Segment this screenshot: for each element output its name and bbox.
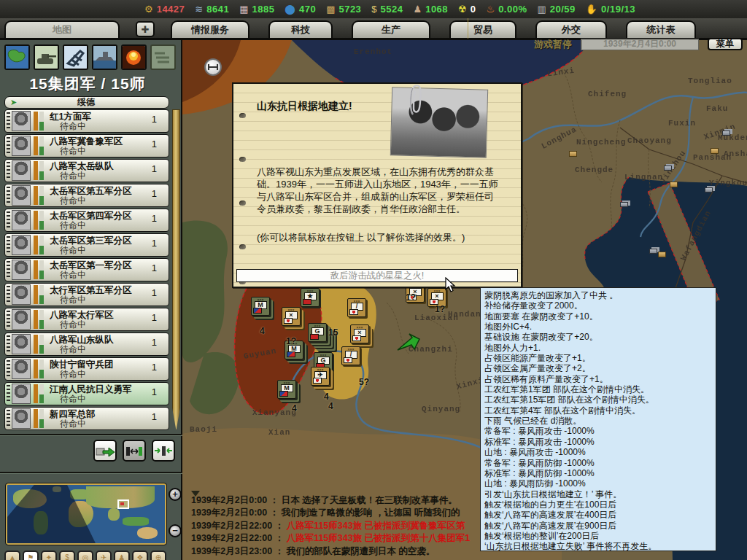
map-sprite [649, 249, 657, 254]
map-mode-button[interactable]: ◎ [77, 551, 93, 560]
strength-pips-icon [7, 211, 10, 229]
unit-list-item[interactable]: 八路军冀鲁豫军区 待命中 1 [4, 134, 169, 158]
nuke-button[interactable] [121, 44, 147, 70]
unit-list-item[interactable]: 太岳军区第四军分区 待命中 1 [4, 209, 169, 232]
map-mode-button[interactable]: ⊕ [150, 551, 166, 560]
strength-pips-icon [7, 311, 10, 328]
unit-list-item[interactable]: 江南人民抗日义勇军 待命中 1 [4, 382, 169, 405]
menu-button[interactable]: 菜单 [708, 38, 743, 50]
commander-portrait [12, 185, 31, 206]
minimap-continent [137, 527, 158, 539]
org-bar [34, 310, 38, 329]
unit-list-item[interactable]: 红1方面军 待命中 1 [4, 109, 169, 133]
map-mode-button[interactable]: ✦ [41, 551, 57, 560]
location-bar[interactable]: ➤ 绥德 [4, 96, 169, 109]
resource-value: 5723 [338, 4, 361, 15]
resource-value: 8641 [206, 4, 229, 15]
log-colon: ： [275, 533, 285, 543]
mouse-cursor-icon [445, 277, 457, 293]
province-label: Handan [448, 310, 481, 319]
map-mode-button[interactable]: ✈ [96, 551, 112, 560]
status-row: 游戏暂停 1939年2月4日0:00 菜单 [438, 37, 747, 51]
unit-list-item[interactable]: 新四军总部 待命中 1 [4, 407, 169, 430]
tab-item[interactable]: 情报服务 [171, 20, 249, 38]
strength-pips-icon [7, 236, 10, 254]
map-mode-button[interactable]: ♟ [114, 551, 130, 560]
unit-list-scrollbar[interactable] [172, 109, 180, 430]
effect-line: 占领区稀有原料产量改变了+1。 [484, 374, 712, 384]
unit-counter[interactable]: × [350, 324, 369, 343]
commander-portrait [12, 359, 31, 379]
unit-counter[interactable]: ★ [301, 288, 320, 307]
unit-list-item[interactable]: 太岳军区第五军分区 待命中 1 [4, 184, 169, 207]
province-label: Chengde [575, 166, 614, 174]
tab-map[interactable]: 地图 [4, 20, 120, 38]
log-scroll-arrow[interactable] [191, 491, 200, 497]
unit-counter[interactable]: × [282, 307, 301, 326]
unit-counter[interactable]: / [347, 298, 366, 317]
reorganize-button[interactable] [123, 440, 146, 462]
unit-status: 待命中 [50, 122, 169, 131]
resource-icon: $ [371, 4, 376, 14]
binder-hole [239, 244, 246, 249]
unit-count: 1 [152, 312, 157, 323]
navy-button[interactable] [92, 44, 117, 70]
tab-item[interactable]: 统计表 [626, 20, 696, 38]
tab-item[interactable]: 生产 [352, 20, 430, 38]
unit-list-item[interactable]: 八路军太行军区 待命中 1 [4, 308, 169, 331]
zoom-in-button[interactable]: + [169, 488, 182, 501]
strength-pips-icon [7, 335, 10, 353]
effect-line: ‘山东抗日根据地建立失败’ 事件将不再发生。 [484, 541, 712, 551]
event-choice-button[interactable]: 敌后游击战的星星之火! [236, 269, 518, 282]
unit-list-item[interactable]: 太岳军区第三军分区 待命中 1 [4, 233, 169, 257]
unit-status: 待命中 [50, 320, 169, 330]
unit-counter[interactable]: / [341, 346, 360, 365]
unit-count: 1 [152, 287, 157, 298]
unit-status: 待命中 [50, 246, 169, 255]
unit-count: 1 [152, 411, 157, 422]
org-bar [34, 161, 38, 180]
unit-counter[interactable]: ✈ [311, 367, 330, 386]
resource-item: ✋ 0/19/13 [586, 4, 635, 15]
resource-item: ♟ 1068 [414, 4, 449, 15]
deploy-forces-button[interactable] [93, 440, 117, 462]
unit-counter[interactable]: G [308, 323, 327, 342]
merge-units-button[interactable] [152, 440, 175, 462]
land-map-button[interactable] [4, 44, 30, 70]
tab-item[interactable]: 贸易 [449, 20, 516, 38]
unit-name: 太行军区第五军分区 [50, 285, 169, 295]
tab-item[interactable]: 外交 [535, 20, 607, 38]
measure-distance-button[interactable] [204, 58, 222, 76]
minimap-viewport-box[interactable] [117, 499, 129, 509]
event-photo [390, 87, 488, 158]
binder-hole [239, 201, 246, 206]
army-button[interactable] [34, 44, 59, 70]
minimap[interactable] [6, 483, 166, 545]
map-mode-button[interactable]: $ [59, 551, 75, 560]
resource-value: 14427 [157, 4, 185, 15]
map-tool-button[interactable]: ✚ [136, 21, 155, 37]
effect-line: 触发‘八路军的高速发展’在400日后 [484, 510, 712, 520]
resource-item: ▥ 20/59 [538, 4, 576, 15]
map-mode-button[interactable]: ⚑ [23, 551, 39, 560]
air-force-button[interactable] [63, 44, 88, 70]
unit-counter[interactable]: M [251, 297, 270, 316]
unit-list-item[interactable]: 太岳军区第一军分区 待命中 1 [4, 258, 169, 281]
commander-portrait [12, 309, 31, 330]
map-mode-button[interactable]: ▲ [4, 551, 20, 560]
unit-list-item[interactable]: 陕甘宁留守兵团 待命中 1 [4, 357, 169, 381]
log-timestamp: 1939年2月2日22:00 [191, 533, 272, 543]
resource-item: ♨ 0.00% [486, 4, 527, 15]
tab-item[interactable]: 科技 [268, 20, 333, 38]
effect-line: 常备军 : 暴风雨攻击 -1000% [484, 426, 712, 436]
province-label: Chaoyang [627, 136, 672, 145]
log-colon: ： [275, 546, 285, 556]
unit-counter[interactable]: M [277, 380, 296, 399]
map-mode-button[interactable]: ❖ [132, 551, 148, 560]
zoom-out-button[interactable]: − [169, 524, 182, 537]
unit-list-item[interactable]: 太行军区第五军分区 待命中 1 [4, 283, 169, 306]
unit-flag [310, 334, 319, 340]
unit-list-item[interactable]: 八路军太岳纵队 待命中 1 [4, 159, 169, 182]
unit-list-item[interactable]: 八路军山东纵队 待命中 1 [4, 332, 169, 356]
log-timestamp: 1939年2月2日0:00 [191, 508, 267, 518]
